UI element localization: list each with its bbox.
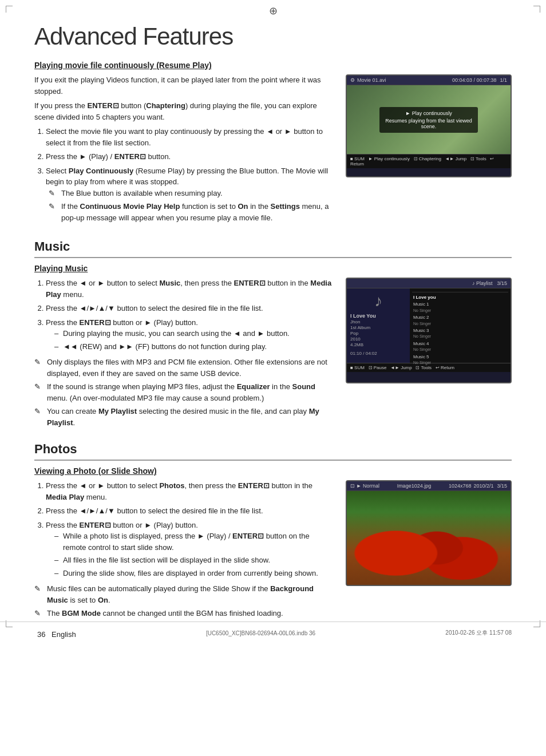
resume-play-title: Playing movie file continuously (Resume … (34, 61, 512, 70)
music-tv-screen: ♪ Playlist 3/15 ♪ I Love You Jhon 1st Al… (346, 278, 512, 383)
photos-section: Press the ◄ or ► button to select Photos… (34, 480, 512, 622)
track-artist: Jhon (350, 319, 406, 324)
track-time: 01:10 / 04:02 (350, 351, 406, 356)
photo-sub-2: All files in the file list section will … (54, 555, 334, 566)
singer-4: No Singer (413, 347, 431, 351)
music-step-3: Press the ENTER⊡ button or ► (Play) butt… (46, 317, 334, 353)
photo-filename: Image1024.jpg (379, 483, 449, 489)
photo-tv-screen: ⊡ ► Normal Image1024.jpg 1024x768 2010/2… (346, 480, 512, 586)
page-number-value: 36 (37, 630, 45, 639)
page-title: Advanced Features (34, 23, 512, 50)
resume-intro2: If you press the ENTER⊡ button (Chapteri… (34, 100, 334, 122)
music-note-icon: ♪ (374, 292, 382, 310)
photo-date: 2010/2/1 (473, 483, 493, 489)
photo-screen-col: ⊡ ► Normal Image1024.jpg 1024x768 2010/2… (346, 480, 512, 622)
video-footer: ■ SUM ► Play continuously ⊡ Chaptering ◄… (347, 154, 511, 168)
footer-date: 2010-02-26 오후 11:57 08 (445, 629, 512, 637)
music-screen-col: ♪ Playlist 3/15 ♪ I Love You Jhon 1st Al… (346, 278, 512, 430)
track-size: 4.2MB (350, 342, 406, 347)
photo-note-2: The BGM Mode cannot be changed until the… (34, 608, 334, 619)
playlist-item-4: Music 4No Singer (412, 341, 508, 354)
photos-title: Photos (34, 442, 512, 461)
music-note-3: You can create My Playlist selecting the… (34, 406, 334, 428)
resume-notes: The Blue button is available when resumi… (49, 188, 334, 224)
photos-steps: Press the ◄ or ► button to select Photos… (46, 480, 334, 579)
overlay-line1: ► Play continuously (385, 110, 472, 116)
footer-file: [UC6500_XC]BN68-02694A-00L06.indb 36 (206, 630, 315, 636)
music-left-panel: ♪ I Love You Jhon 1st Album Pop 2010 4.2… (347, 288, 410, 363)
playlist-header (412, 291, 508, 292)
photo-sub-list: While a photo list is displayed, press t… (54, 531, 334, 579)
video-time: 00:04:03 / 00:07:38 (452, 77, 497, 83)
music-step-2: Press the ◄/►/▲/▼ button to select the d… (46, 303, 334, 314)
video-tv-screen: ⚙ Movie 01.avi 00:04:03 / 00:07:38 1/1 ►… (346, 74, 512, 177)
resume-play-section: If you exit the playing Videos function,… (34, 74, 512, 228)
music-track-info: I Love You Jhon 1st Album Pop 2010 4.2MB… (350, 313, 406, 356)
photo-note-1: Music files can be automatically played … (34, 583, 334, 605)
music-title: Music (34, 239, 512, 258)
video-icon: ⚙ (350, 77, 355, 83)
music-right-panel: I Love you Music 1No Singer Music 2No Si… (410, 288, 511, 363)
music-sub-2: ◄◄ (REW) and ►► (FF) buttons do not func… (54, 341, 334, 353)
page-number: 36 English (34, 627, 76, 639)
music-sub-1: During playing the music, you can search… (54, 328, 334, 339)
playlist-item-1: Music 1No Singer (412, 301, 508, 314)
crosshair-top: ⊕ (269, 5, 278, 17)
photo-step-2: Press the ◄/►/▲/▼ button to select the d… (46, 505, 334, 517)
track-year: 2010 (350, 337, 406, 342)
video-image-area: ► Play continuously Resumes playing from… (347, 85, 511, 154)
photo-sub-3: During the slide show, files are display… (54, 568, 334, 579)
video-footer-text: ■ SUM ► Play continuously ⊡ Chaptering ◄… (350, 156, 507, 167)
track-title: I Love You (350, 313, 406, 319)
resume-steps: Select the movie file you want to play c… (46, 126, 334, 223)
corner-tr (533, 6, 540, 13)
overlay-line2: Resumes playing from the last viewed (385, 118, 472, 124)
viewing-photo-subtitle: Viewing a Photo (or Slide Show) (34, 466, 512, 476)
photos-text: Press the ◄ or ► button to select Photos… (34, 480, 334, 622)
resume-step-2: Press the ► (Play) / ENTER⊡ button. (46, 151, 334, 163)
page-number-block: 36 English (34, 627, 76, 640)
corner-tl (6, 6, 13, 13)
music-footer-text: ■ SUM ⊡ Pause ◄► Jump ⊡ Tools ↩ Return (350, 365, 454, 370)
video-header: ⚙ Movie 01.avi 00:04:03 / 00:07:38 1/1 (347, 76, 511, 85)
resume-intro1: If you exit the playing Videos function,… (34, 74, 334, 97)
overlay-line3: scene. (385, 124, 472, 129)
music-page: 3/15 (497, 280, 507, 286)
photo-step-1: Press the ◄ or ► button to select Photos… (46, 480, 334, 502)
resume-screen: ⚙ Movie 01.avi 00:04:03 / 00:07:38 1/1 ►… (346, 74, 512, 228)
resume-step-3: Select Play Continuously (Resume Play) b… (46, 165, 334, 224)
music-steps: Press the ◄ or ► button to select Music,… (46, 278, 334, 352)
music-text: Press the ◄ or ► button to select Music,… (34, 278, 334, 430)
music-note-1: Only displays the files with MP3 and PCM… (34, 357, 334, 379)
photo-image-area (347, 491, 511, 586)
resume-note-1: The Blue button is available when resumi… (49, 188, 334, 199)
resume-step-1: Select the movie file you want to play c… (46, 126, 334, 148)
playlist-item-5: Music 5No Singer (412, 354, 508, 367)
photo-step-3: Press the ENTER⊡ button or ► (Play) butt… (46, 520, 334, 579)
singer-1: No Singer (413, 308, 431, 312)
music-playlist-label: ♪ Playlist (472, 280, 493, 286)
photo-resolution: 1024x768 (449, 483, 472, 489)
singer-5: No Singer (413, 361, 431, 365)
music-step-1: Press the ◄ or ► button to select Music,… (46, 278, 334, 300)
resume-play-text: If you exit the playing Videos function,… (34, 74, 334, 228)
playlist-item-0: I Love you (412, 294, 508, 301)
playlist-item-2: Music 2No Singer (412, 314, 508, 327)
page: ⊕ Advanced Features Playing movie file c… (0, 0, 546, 644)
music-section: Press the ◄ or ► button to select Music,… (34, 278, 512, 430)
track-album: 1st Album (350, 325, 406, 330)
resume-note-2: If the Continuous Movie Play Help functi… (49, 201, 334, 223)
playlist-item-3: Music 3No Singer (412, 327, 508, 341)
video-overlay: ► Play continuously Resumes playing from… (379, 107, 478, 133)
music-note-2: If the sound is strange when playing MP3… (34, 381, 334, 403)
photo-header: ⊡ ► Normal Image1024.jpg 1024x768 2010/2… (347, 481, 511, 491)
video-page: 1/1 (500, 77, 507, 83)
photo-mode: ⊡ ► Normal (350, 483, 379, 489)
music-sub-list: During playing the music, you can search… (54, 328, 334, 352)
page-footer: 36 English [UC6500_XC]BN68-02694A-00L06.… (0, 622, 546, 644)
music-content: ♪ I Love You Jhon 1st Album Pop 2010 4.2… (347, 288, 511, 363)
track-genre: Pop (350, 331, 406, 336)
playing-music-subtitle: Playing Music (34, 264, 512, 273)
singer-3: No Singer (413, 334, 431, 338)
page-label: English (52, 630, 76, 639)
